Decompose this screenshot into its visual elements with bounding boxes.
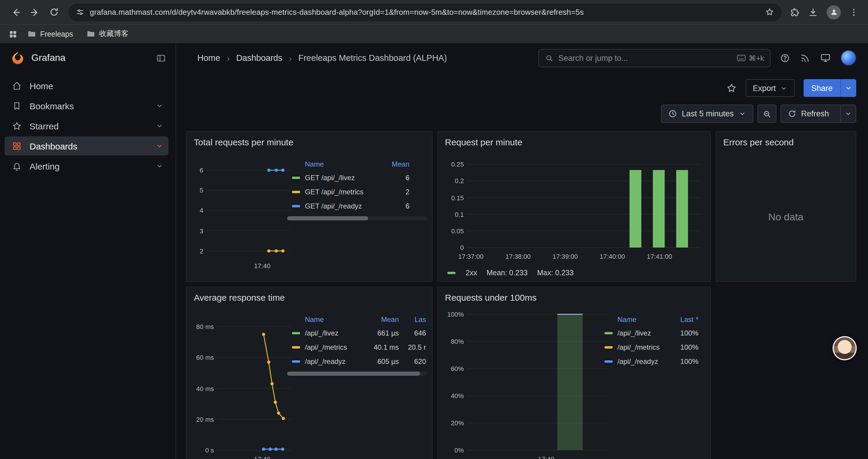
legend-header-last[interactable]: Las bbox=[399, 316, 427, 324]
y-axis-label: 40% bbox=[451, 392, 464, 400]
series-name: 2xx bbox=[466, 269, 477, 277]
share-button[interactable]: Share bbox=[804, 79, 856, 97]
legend-inline[interactable]: 2xx Mean: 0.233 Max: 0.233 bbox=[447, 269, 574, 277]
zoom-out-icon bbox=[762, 109, 771, 119]
legend-header-last[interactable]: Last * bbox=[680, 316, 702, 324]
time-range-picker[interactable]: Last 5 minutes bbox=[661, 104, 753, 123]
panel-title[interactable]: Errors per second bbox=[716, 132, 856, 147]
dashboard-grid: Total requests per minute 6543217:40 Nam… bbox=[176, 123, 868, 459]
share-menu-chevron-icon[interactable] bbox=[840, 79, 856, 97]
legend-row[interactable]: /api/_/livez 661 µs 646 bbox=[287, 326, 427, 340]
bell-icon bbox=[12, 161, 22, 171]
refresh-main[interactable]: Refresh bbox=[781, 105, 836, 122]
request-per-minute-chart-plot[interactable] bbox=[441, 152, 707, 268]
scrollbar-thumb[interactable] bbox=[287, 371, 420, 376]
series-name: /api/_/livez bbox=[617, 329, 651, 337]
panel-title[interactable]: Requests under 100ms bbox=[438, 287, 710, 302]
breadcrumb-dashboards[interactable]: Dashboards bbox=[236, 53, 282, 63]
extensions-icon[interactable] bbox=[789, 7, 800, 18]
avg-response-chart[interactable]: 80 ms60 ms40 ms20 ms0 s17:40 bbox=[190, 307, 296, 459]
panel-title[interactable]: Request per minute bbox=[438, 132, 710, 147]
app-header: Home › Dashboards › Freeleaps Metrics Da… bbox=[176, 43, 868, 73]
x-axis-label: 17:38:00 bbox=[505, 252, 531, 261]
y-axis-label: 4 bbox=[200, 206, 203, 215]
x-axis-label: 17:39:00 bbox=[553, 252, 578, 261]
sidebar-item-dashboards[interactable]: Dashboards bbox=[5, 136, 168, 155]
monitor-icon[interactable] bbox=[820, 53, 831, 63]
legend-header-name[interactable]: Name bbox=[292, 316, 324, 324]
legend-header-mean[interactable]: Mean bbox=[362, 316, 399, 324]
legend-row[interactable]: /api/_/metrics 40.1 ms 20.5 r bbox=[287, 340, 427, 355]
legend-row[interactable]: GET /api/_/metrics 2 bbox=[287, 185, 427, 199]
search-icon bbox=[545, 54, 554, 62]
user-avatar[interactable] bbox=[841, 50, 856, 66]
rss-icon[interactable] bbox=[800, 53, 810, 63]
scrollbar-thumb[interactable] bbox=[287, 216, 368, 220]
chevron-down-icon[interactable] bbox=[155, 122, 164, 130]
request-per-minute-chart[interactable]: 0.250.20.150.10.05017:37:0017:38:0017:39… bbox=[441, 152, 707, 268]
assistant-avatar-overlay[interactable] bbox=[833, 336, 857, 360]
back-icon[interactable] bbox=[7, 3, 25, 21]
total-requests-chart-plot[interactable] bbox=[190, 152, 296, 273]
legend-header-name[interactable]: Name bbox=[292, 160, 324, 168]
search-input[interactable] bbox=[558, 54, 732, 62]
legend-row[interactable]: GET /api/_/livez 6 bbox=[287, 171, 427, 185]
legend-scrollbar[interactable] bbox=[287, 216, 427, 220]
bookmark-star-icon[interactable] bbox=[765, 7, 775, 17]
legend-scrollbar[interactable] bbox=[287, 371, 427, 376]
url-text: grafana.mathmast.com/d/deytv4rwavabkb/fr… bbox=[90, 8, 759, 17]
refresh-button[interactable]: Refresh bbox=[780, 104, 856, 123]
chevron-down-icon[interactable] bbox=[155, 142, 164, 150]
y-axis-label: 5 bbox=[200, 186, 203, 195]
legend-row[interactable]: /api/_/readyz 100% bbox=[600, 355, 702, 369]
export-button[interactable]: Export bbox=[746, 79, 795, 97]
series-swatch-icon bbox=[292, 191, 300, 193]
legend-header-name[interactable]: Name bbox=[604, 316, 637, 324]
legend-row[interactable]: /api/_/livez 100% bbox=[600, 326, 702, 340]
panel-title[interactable]: Average response time bbox=[187, 287, 432, 302]
series-last: 100% bbox=[680, 357, 702, 366]
grafana-logo[interactable] bbox=[11, 51, 25, 65]
total-requests-chart[interactable]: 6543217:40 bbox=[190, 152, 296, 273]
reload-icon[interactable] bbox=[45, 3, 63, 21]
search-box[interactable]: ⌘+k bbox=[538, 49, 771, 67]
series-name: /api/_/metrics bbox=[617, 343, 660, 352]
zoom-out-button[interactable] bbox=[757, 104, 776, 123]
legend-row[interactable]: /api/_/readyz 605 µs 620 bbox=[287, 355, 427, 369]
series-swatch-icon bbox=[292, 360, 300, 363]
collapse-sidebar-icon[interactable] bbox=[156, 53, 166, 63]
under-100ms-chart[interactable]: 100%80%60%40%20%0%17:40 bbox=[441, 307, 613, 459]
sidebar-item-starred[interactable]: Starred bbox=[5, 117, 168, 135]
sidebar-item-alerting[interactable]: Alerting bbox=[5, 157, 168, 175]
share-label[interactable]: Share bbox=[804, 79, 840, 97]
sidebar-item-bookmarks[interactable]: Bookmarks bbox=[5, 96, 168, 115]
url-bar[interactable]: grafana.mathmast.com/d/deytv4rwavabkb/fr… bbox=[68, 3, 782, 21]
bookmark-item-freeleaps[interactable]: Freeleaps bbox=[24, 28, 76, 40]
under-100ms-chart-plot[interactable] bbox=[441, 307, 613, 459]
site-settings-icon[interactable] bbox=[75, 8, 85, 17]
bookmarks-bar: Freeleaps 收藏博客 bbox=[0, 24, 868, 43]
browser-actions bbox=[789, 5, 861, 19]
bookmark-icon bbox=[12, 101, 22, 111]
panel-title[interactable]: Total requests per minute bbox=[187, 132, 432, 147]
forward-icon[interactable] bbox=[26, 3, 44, 21]
chevron-down-icon[interactable] bbox=[155, 102, 164, 110]
legend-header-mean[interactable]: Mean bbox=[392, 160, 427, 168]
help-icon[interactable] bbox=[780, 53, 790, 63]
download-icon[interactable] bbox=[808, 7, 818, 18]
favorite-star-icon[interactable] bbox=[726, 83, 737, 93]
y-axis-label: 20 ms bbox=[196, 415, 214, 423]
sidebar-item-home[interactable]: Home bbox=[5, 76, 168, 95]
browser-profile-icon[interactable] bbox=[827, 5, 841, 19]
legend-row[interactable]: GET /api/_/readyz 6 bbox=[287, 199, 427, 213]
refresh-interval-chevron-icon[interactable] bbox=[840, 105, 856, 122]
breadcrumb-home[interactable]: Home bbox=[197, 53, 220, 63]
apps-grid-icon[interactable] bbox=[8, 29, 18, 39]
series-last: 620 bbox=[399, 357, 427, 366]
chevron-down-icon[interactable] bbox=[155, 162, 164, 170]
bookmark-item-blog[interactable]: 收藏博客 bbox=[83, 27, 132, 41]
browser-menu-icon[interactable] bbox=[849, 7, 859, 17]
series-mean: 40.1 ms bbox=[362, 343, 399, 352]
legend-row[interactable]: /api/_/metrics 100% bbox=[600, 340, 702, 355]
apps-icon bbox=[12, 141, 22, 151]
